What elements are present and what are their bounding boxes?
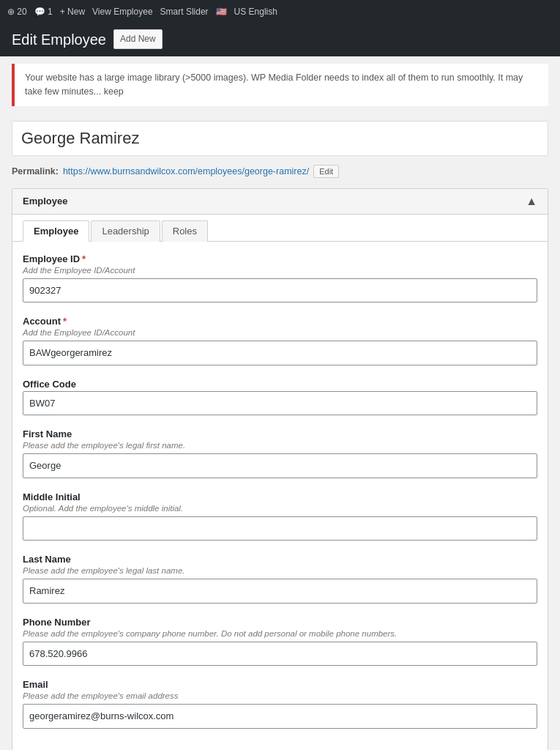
- account-required: *: [63, 316, 67, 327]
- email-input[interactable]: [23, 704, 537, 729]
- phone-number-hint: Please add the employee's company phone …: [23, 629, 537, 638]
- permalink-edit-button[interactable]: Edit: [313, 165, 339, 178]
- first-name-input[interactable]: [23, 453, 537, 478]
- last-name-label: Last Name: [23, 554, 71, 565]
- email-hint: Please add the employee's email address: [23, 691, 537, 700]
- first-name-hint: Please add the employee's legal first na…: [23, 441, 537, 450]
- account-label: Account: [23, 316, 61, 327]
- meta-box-header: Employee ▲: [12, 189, 548, 215]
- field-email: Email Please add the employee's email ad…: [23, 679, 537, 729]
- middle-initial-input[interactable]: [23, 516, 537, 541]
- field-last-name: Last Name Please add the employee's lega…: [23, 554, 537, 604]
- field-employee-id: Employee ID * Add the Employee ID/Accoun…: [23, 253, 537, 303]
- meta-box-toggle[interactable]: ▲: [526, 195, 537, 208]
- meta-box-title: Employee: [23, 196, 67, 207]
- employee-id-hint: Add the Employee ID/Account: [23, 266, 537, 275]
- admin-bar: ⊕ 20 💬 1 + New View Employee Smart Slide…: [0, 0, 560, 23]
- tab-employee[interactable]: Employee: [23, 220, 89, 242]
- phone-number-input[interactable]: [23, 642, 537, 667]
- employee-meta-box: Employee ▲ Employee Leadership Roles Emp…: [12, 188, 548, 750]
- account-input[interactable]: [23, 341, 537, 365]
- add-new-button[interactable]: Add New: [113, 29, 163, 49]
- employee-id-input[interactable]: [23, 278, 537, 303]
- office-code-input[interactable]: [23, 391, 537, 416]
- post-title-input[interactable]: [12, 122, 548, 155]
- office-code-label: Office Code: [23, 379, 76, 390]
- field-office-code: Office Code: [23, 379, 537, 416]
- admin-bar-smart-slider[interactable]: Smart Slider: [160, 7, 209, 17]
- main-content: Permalink: https://www.burnsandwilcox.co…: [0, 114, 560, 750]
- last-name-input[interactable]: [23, 579, 537, 604]
- admin-bar-flag: 🇺🇸: [216, 7, 227, 17]
- tabs-nav: Employee Leadership Roles: [12, 215, 548, 242]
- permalink-url[interactable]: https://www.burnsandwilcox.com/employees…: [63, 166, 309, 177]
- permalink-row: Permalink: https://www.burnsandwilcox.co…: [12, 165, 548, 178]
- tab-leadership[interactable]: Leadership: [91, 220, 160, 242]
- last-name-hint: Please add the employee's legal last nam…: [23, 566, 537, 575]
- admin-bar-new[interactable]: + New: [60, 7, 85, 17]
- first-name-label: First Name: [23, 428, 72, 439]
- page-header: Edit Employee Add New: [0, 23, 560, 56]
- middle-initial-hint: Optional. Add the employee's middle init…: [23, 504, 537, 513]
- email-label: Email: [23, 679, 48, 690]
- admin-bar-language[interactable]: US English: [234, 7, 277, 17]
- admin-bar-view-employee[interactable]: View Employee: [92, 7, 153, 17]
- admin-bar-counter[interactable]: ⊕ 20: [7, 7, 27, 17]
- employee-id-required: *: [82, 253, 86, 264]
- permalink-label: Permalink:: [12, 166, 59, 177]
- notice-text: Your website has a large image library (…: [25, 73, 523, 97]
- account-hint: Add the Employee ID/Account: [23, 328, 537, 337]
- phone-number-label: Phone Number: [23, 617, 90, 628]
- field-account: Account * Add the Employee ID/Account: [23, 316, 537, 365]
- field-phone-number: Phone Number Please add the employee's c…: [23, 617, 537, 667]
- tab-roles[interactable]: Roles: [162, 220, 208, 242]
- notice-bar: Your website has a large image library (…: [12, 64, 548, 106]
- field-middle-initial: Middle Initial Optional. Add the employe…: [23, 491, 537, 541]
- form-body: Employee ID * Add the Employee ID/Accoun…: [12, 242, 548, 750]
- field-first-name: First Name Please add the employee's leg…: [23, 428, 537, 478]
- middle-initial-label: Middle Initial: [23, 491, 81, 502]
- page-title: Edit Employee: [12, 30, 106, 49]
- post-title-box: [12, 121, 548, 156]
- employee-id-label: Employee ID: [23, 253, 80, 264]
- admin-bar-comments[interactable]: 💬 1: [34, 7, 53, 17]
